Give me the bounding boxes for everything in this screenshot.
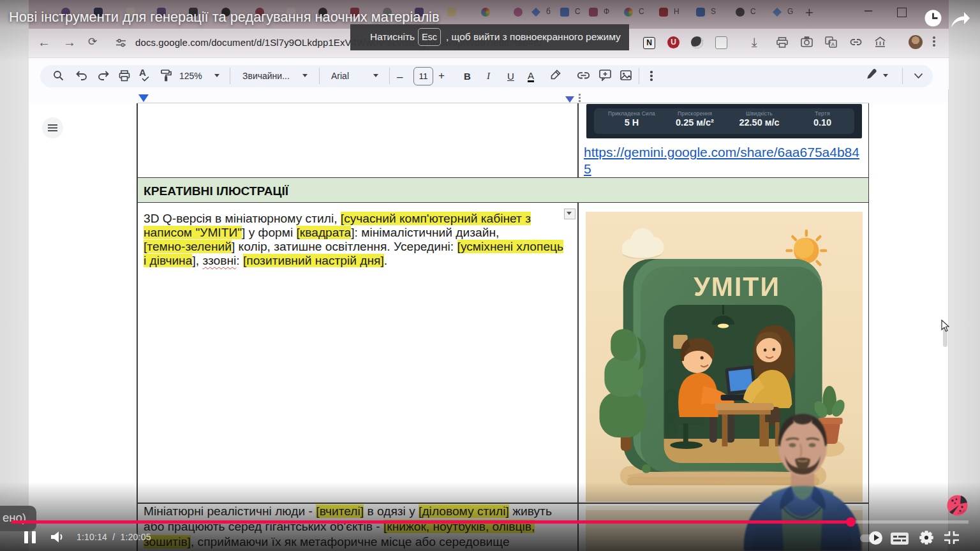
svg-text:УМІТИ: УМІТИ <box>694 272 780 302</box>
